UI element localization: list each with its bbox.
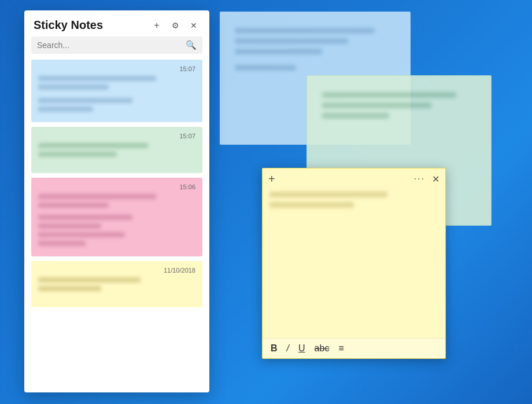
search-icon[interactable]: 🔍 — [186, 40, 197, 50]
format-strikethrough-button[interactable]: abc — [315, 343, 330, 354]
note-item-pink[interactable]: 15:06 — [31, 178, 202, 256]
panel-header-icons: + ⚙ ✕ — [150, 19, 200, 32]
sticky-close-button[interactable]: ✕ — [432, 174, 439, 185]
settings-button[interactable]: ⚙ — [169, 19, 182, 32]
note-time-green: 15:07 — [38, 133, 195, 139]
sticky-more-button[interactable]: ··· — [414, 174, 425, 184]
notes-list: 15:07 15:07 15:06 11/10/2018 — [24, 60, 209, 392]
format-bold-button[interactable]: B — [271, 343, 278, 354]
sticky-top-toolbar: + ··· ✕ — [263, 168, 445, 189]
sticky-body[interactable] — [263, 189, 445, 338]
note-item-blue[interactable]: 15:07 — [31, 60, 202, 122]
close-panel-button[interactable]: ✕ — [187, 19, 200, 32]
active-sticky-note: + ··· ✕ B / U abc ≡ — [262, 168, 446, 359]
sticky-add-button[interactable]: + — [268, 173, 275, 185]
format-italic-button[interactable]: / — [287, 343, 289, 354]
format-underline-button[interactable]: U — [298, 343, 305, 354]
note-time-blue: 15:07 — [38, 65, 195, 72]
sticky-format-toolbar: B / U abc ≡ — [263, 338, 445, 358]
add-note-button[interactable]: + — [150, 19, 163, 32]
note-time-yellow: 11/10/2018 — [38, 267, 195, 274]
panel-title: Sticky Notes — [34, 19, 103, 32]
panel-header: Sticky Notes + ⚙ ✕ — [24, 10, 209, 36]
note-item-yellow[interactable]: 11/10/2018 — [31, 261, 202, 307]
sticky-top-right-buttons: ··· ✕ — [414, 174, 439, 185]
sticky-notes-panel: Sticky Notes + ⚙ ✕ 🔍 15:07 — [24, 10, 209, 392]
search-bar: 🔍 — [31, 36, 202, 54]
search-input[interactable] — [37, 41, 181, 50]
note-item-green[interactable]: 15:07 — [31, 127, 202, 173]
format-list-button[interactable]: ≡ — [338, 343, 343, 354]
note-time-pink: 15:06 — [38, 183, 195, 190]
